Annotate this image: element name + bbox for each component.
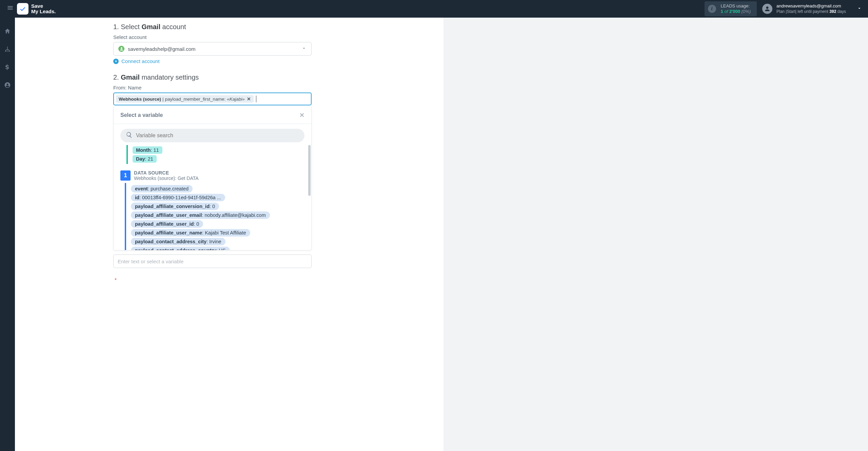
app-logo[interactable]: Save My Leads. bbox=[17, 3, 56, 15]
from-name-input[interactable]: Webhooks (source) | payload_member_first… bbox=[113, 93, 312, 105]
variable-option[interactable]: id: 00013ff4-6990-11ed-941f-59d26a ... bbox=[131, 194, 225, 201]
required-asterisk: * bbox=[115, 277, 312, 283]
connect-account-label: Connect account bbox=[121, 58, 160, 64]
variable-option[interactable]: payload_affiliate_user_email: nobody.aff… bbox=[131, 211, 270, 219]
next-field-input[interactable] bbox=[113, 254, 312, 268]
usage-values: 1 of 2'000 (0%) bbox=[721, 9, 751, 14]
from-name-label: From: Name bbox=[113, 85, 312, 90]
connect-account-link[interactable]: + Connect account bbox=[113, 58, 312, 64]
sidebar-item-account[interactable] bbox=[4, 82, 11, 90]
profile-plan: Plan |Start| left until payment 392 days bbox=[776, 9, 846, 14]
sitemap-icon bbox=[4, 46, 11, 53]
variable-dropdown: Select a variable ✕ bbox=[113, 107, 312, 250]
select-account-label: Select account bbox=[113, 34, 312, 40]
logo-line2: My Leads. bbox=[31, 9, 56, 14]
checkmark-icon bbox=[19, 5, 26, 12]
chevron-down-icon bbox=[301, 46, 307, 52]
search-icon bbox=[126, 131, 133, 140]
system-variables-group: Month: 11 Day: 21 bbox=[126, 145, 304, 164]
dropdown-title: Select a variable bbox=[120, 112, 163, 118]
source-title: DATA SOURCE bbox=[134, 170, 199, 176]
profile-email: andrewsavemyleads@gmail.com bbox=[776, 3, 846, 9]
remove-tag-button[interactable]: ✕ bbox=[247, 96, 251, 102]
main-area: 1. Select Gmail account Select account s… bbox=[15, 18, 868, 451]
variable-tag[interactable]: Webhooks (source) | payload_member_first… bbox=[116, 95, 254, 103]
step1-title: 1. Select Gmail account bbox=[113, 23, 312, 31]
variable-option[interactable]: payload_affiliate_user_name: Kajabi Test… bbox=[131, 229, 250, 237]
variable-option[interactable]: payload_affiliate_user_id: 0 bbox=[131, 220, 203, 228]
scrollbar-thumb[interactable] bbox=[308, 145, 311, 196]
usage-label: LEADS usage: bbox=[721, 3, 751, 9]
hamburger-icon bbox=[7, 4, 14, 11]
sidebar-item-billing[interactable] bbox=[4, 64, 11, 72]
source-subtitle: Webhooks (source): Get DATA bbox=[134, 176, 199, 181]
info-icon: i bbox=[708, 5, 716, 13]
chevron-down-icon bbox=[857, 6, 862, 11]
sidebar-item-connections[interactable] bbox=[4, 46, 11, 54]
user-circle-icon bbox=[4, 82, 11, 88]
profile-chevron[interactable] bbox=[851, 6, 868, 12]
variable-option[interactable]: payload_affiliate_conversion_id: 0 bbox=[131, 203, 219, 210]
text-cursor bbox=[256, 96, 256, 102]
hamburger-menu-button[interactable] bbox=[3, 4, 17, 13]
dropdown-body: Month: 11 Day: 21 1 DATA SOURCE Webhooks… bbox=[114, 145, 311, 250]
variable-search-input[interactable] bbox=[120, 129, 304, 142]
variable-option[interactable]: Day: 21 bbox=[133, 155, 157, 163]
avatar-icon bbox=[762, 4, 772, 14]
dollar-icon bbox=[4, 64, 11, 70]
account-avatar-icon bbox=[118, 46, 124, 52]
logo-text: Save My Leads. bbox=[31, 3, 56, 14]
usage-box[interactable]: i LEADS usage: 1 of 2'000 (0%) bbox=[705, 1, 757, 17]
variable-option[interactable]: Month: 11 bbox=[133, 146, 162, 154]
data-source-header: 1 DATA SOURCE Webhooks (source): Get DAT… bbox=[120, 169, 304, 183]
close-dropdown-button[interactable]: ✕ bbox=[299, 111, 304, 119]
sidebar-item-home[interactable] bbox=[4, 28, 11, 36]
sidebar-nav bbox=[0, 18, 15, 451]
variable-option[interactable]: event: purchase.created bbox=[131, 185, 193, 192]
source-badge: 1 bbox=[120, 170, 131, 181]
selected-account-value: savemyleadshelp@gmail.com bbox=[128, 46, 195, 52]
settings-panel: 1. Select Gmail account Select account s… bbox=[15, 18, 443, 451]
home-icon bbox=[4, 28, 11, 35]
profile-menu[interactable]: andrewsavemyleads@gmail.com Plan |Start|… bbox=[762, 3, 851, 14]
app-header: Save My Leads. i LEADS usage: 1 of 2'000… bbox=[0, 0, 868, 18]
account-select[interactable]: savemyleadshelp@gmail.com bbox=[113, 42, 312, 56]
plus-circle-icon: + bbox=[113, 59, 119, 64]
source-variables-group: event: purchase.created id: 00013ff4-699… bbox=[125, 183, 304, 250]
logo-badge bbox=[17, 3, 28, 15]
variable-option[interactable]: payload_contact_address_city: Irvine bbox=[131, 238, 225, 245]
variable-option[interactable]: payload_contact_address_country: US bbox=[131, 247, 230, 250]
logo-line1: Save bbox=[31, 3, 56, 9]
step2-title: 2. Gmail mandatory settings bbox=[113, 74, 312, 81]
